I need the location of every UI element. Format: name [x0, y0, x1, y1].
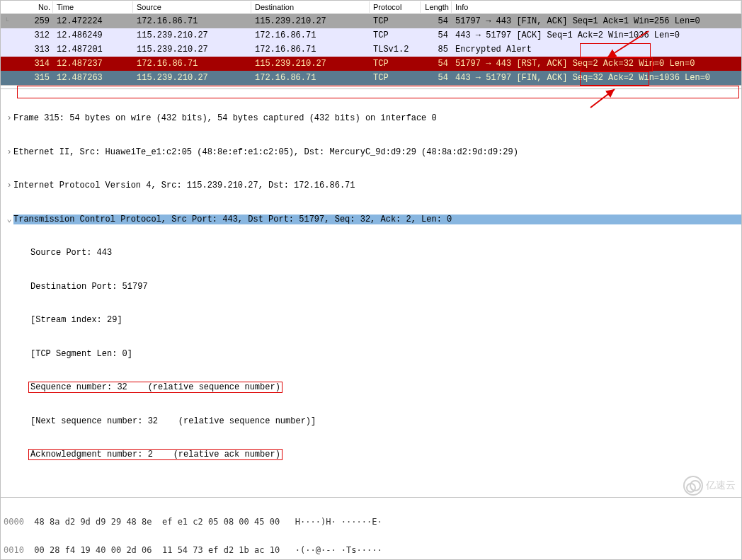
detail-ethernet[interactable]: ›Ethernet II, Src: HuaweiTe_e1:c2:05 (48… — [2, 146, 740, 160]
detail-stream-index[interactable]: [Stream index: 29] — [2, 314, 740, 328]
cell-len: 54 — [421, 72, 452, 84]
hex-bytes: 48 8a d2 9d d9 29 48 8e ef e1 c2 05 08 0… — [24, 517, 295, 527]
cell-dst: 172.16.86.71 — [251, 29, 370, 42]
cell-no: 315 — [1, 72, 53, 84]
hex-dump-pane[interactable]: 0000 48 8a d2 9d d9 29 48 8e ef e1 c2 05… — [1, 497, 741, 559]
expand-icon[interactable]: › — [5, 146, 13, 160]
hex-ascii: ·(··@·-· ·Ts····· — [295, 545, 382, 555]
col-header-protocol[interactable]: Protocol — [370, 1, 421, 13]
col-header-no[interactable]: No. — [1, 1, 53, 13]
detail-ack-number[interactable]: Acknowledgment number: 2 (relative ack n… — [2, 448, 740, 462]
hex-bytes: 00 28 f4 19 40 00 2d 06 11 54 73 ef d2 1… — [24, 545, 295, 555]
detail-next-seq[interactable]: [Next sequence number: 32 (relative sequ… — [2, 415, 740, 429]
col-header-info[interactable]: Info — [452, 1, 741, 13]
hex-row[interactable]: 0000 48 8a d2 9d d9 29 48 8e ef e1 c2 05… — [4, 515, 738, 529]
packet-row-selected[interactable]: 315 12.487263 115.239.210.27 172.16.86.7… — [1, 71, 741, 85]
packet-details-pane[interactable]: ›Frame 315: 54 bytes on wire (432 bits),… — [1, 89, 741, 479]
cell-src: 172.16.86.71 — [133, 57, 251, 70]
cell-time: 12.486249 — [53, 29, 133, 42]
detail-dst-port[interactable]: Destination Port: 51797 — [2, 280, 740, 295]
hex-offset: 0010 — [4, 545, 24, 555]
cell-proto: TCP — [370, 15, 421, 28]
cell-src: 115.239.210.27 — [133, 43, 251, 56]
col-header-length[interactable]: Length — [421, 1, 452, 13]
cell-no: 313 — [1, 43, 53, 56]
cell-no: 314 — [1, 57, 53, 70]
cell-len: 54 — [421, 15, 452, 28]
detail-tcp-selected[interactable]: ⌄Transmission Control Protocol, Src Port… — [2, 213, 740, 227]
packet-row[interactable]: 313 12.487201 115.239.210.27 172.16.86.7… — [1, 42, 741, 57]
packet-list-header: No. Time Source Destination Protocol Len… — [1, 1, 741, 14]
cell-dst: 115.239.210.27 — [251, 57, 370, 70]
col-header-time[interactable]: Time — [53, 1, 133, 13]
related-marker-icon: └ — [4, 18, 8, 25]
packet-row[interactable]: 314 12.487237 172.16.86.71 115.239.210.2… — [1, 57, 741, 71]
cell-proto: TCP — [370, 72, 421, 84]
collapse-icon[interactable]: ⌄ — [5, 213, 13, 227]
cell-no: 259 — [1, 15, 53, 28]
watermark-logo: 亿速云 — [683, 476, 736, 496]
cell-info: Encrypted Alert — [452, 43, 741, 56]
watermark-text: 亿速云 — [706, 479, 736, 492]
cell-dst: 172.16.86.71 — [251, 43, 370, 56]
cell-len: 54 — [421, 57, 452, 70]
expand-icon[interactable]: › — [5, 179, 13, 193]
cell-src: 115.239.210.27 — [133, 72, 251, 84]
cell-dst: 172.16.86.71 — [251, 72, 370, 84]
cell-proto: TLSv1.2 — [370, 43, 421, 56]
cell-src: 115.239.210.27 — [133, 29, 251, 42]
cell-info: 443 → 51797 [ACK] Seq=1 Ack=2 Win=1036 L… — [452, 29, 741, 42]
cell-len: 85 — [421, 43, 452, 56]
hex-row[interactable]: 0010 00 28 f4 19 40 00 2d 06 11 54 73 ef… — [4, 543, 738, 557]
cell-time: 12.487237 — [53, 57, 133, 70]
packet-row[interactable]: 312 12.486249 115.239.210.27 172.16.86.7… — [1, 28, 741, 42]
packet-row[interactable]: └ 259 12.472224 172.16.86.71 115.239.210… — [1, 14, 741, 28]
packet-list-pane[interactable]: No. Time Source Destination Protocol Len… — [1, 1, 741, 85]
hex-ascii: H····)H· ······E· — [295, 517, 382, 527]
col-header-destination[interactable]: Destination — [251, 1, 370, 13]
detail-segment-len[interactable]: [TCP Segment Len: 0] — [2, 348, 740, 362]
cell-proto: TCP — [370, 57, 421, 70]
detail-src-port[interactable]: Source Port: 443 — [2, 246, 740, 261]
detail-sequence-number[interactable]: Sequence number: 32 (relative sequence n… — [2, 381, 740, 395]
detail-ip[interactable]: ›Internet Protocol Version 4, Src: 115.2… — [2, 179, 740, 193]
watermark-icon — [683, 476, 703, 496]
cell-len: 54 — [421, 29, 452, 42]
cell-time: 12.487263 — [53, 72, 133, 84]
cell-src: 172.16.86.71 — [133, 15, 251, 28]
detail-frame[interactable]: ›Frame 315: 54 bytes on wire (432 bits),… — [2, 112, 740, 126]
cell-time: 12.487201 — [53, 43, 133, 56]
cell-no: 312 — [1, 29, 53, 42]
cell-info: 51797 → 443 [FIN, ACK] Seq=1 Ack=1 Win=2… — [452, 15, 741, 28]
expand-icon[interactable]: › — [5, 112, 13, 126]
cell-proto: TCP — [370, 29, 421, 42]
cell-time: 12.472224 — [53, 15, 133, 28]
cell-dst: 115.239.210.27 — [251, 15, 370, 28]
col-header-source[interactable]: Source — [133, 1, 251, 13]
cell-info: 443 → 51797 [FIN, ACK] Seq=32 Ack=2 Win=… — [452, 72, 741, 84]
cell-info: 51797 → 443 [RST, ACK] Seq=2 Ack=32 Win=… — [452, 57, 741, 70]
hex-offset: 0000 — [4, 517, 24, 527]
